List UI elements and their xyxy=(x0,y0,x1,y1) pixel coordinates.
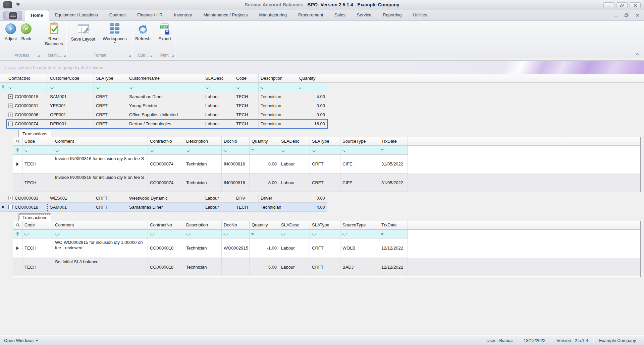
child-close-button[interactable] xyxy=(635,13,640,17)
filter-sourcetype[interactable] xyxy=(340,146,379,155)
pin-icon[interactable] xyxy=(13,230,22,238)
column-header-contractno[interactable]: ContractNo xyxy=(148,137,184,146)
transaction-row[interactable]: TECH Invoice IN0000816 for inclusion qty… xyxy=(13,174,640,192)
filter-quantity[interactable] xyxy=(250,146,279,155)
child-minimize-button[interactable] xyxy=(613,13,619,17)
column-header-description[interactable]: Description xyxy=(184,221,222,229)
dialog-launcher-icon[interactable]: ◢ xyxy=(64,54,66,57)
tab-manufacturing[interactable]: Manufacturing xyxy=(254,10,292,21)
column-header-contractno[interactable]: ContractNo xyxy=(148,221,184,229)
contract-row[interactable]: +CO0000018 SAM001 CRFT Samanthas Diner L… xyxy=(0,92,327,101)
reset-balances-button[interactable]: Reset Balances xyxy=(43,22,65,46)
column-header-quantity[interactable]: Quantity xyxy=(250,137,279,146)
close-button[interactable] xyxy=(630,2,641,8)
column-header-quantity[interactable]: Quantity xyxy=(250,221,279,229)
expand-icon[interactable]: + xyxy=(8,196,13,200)
tab-equipment-locations[interactable]: Equipment / Locations xyxy=(49,10,104,21)
column-header-sourcetype[interactable]: SourceType xyxy=(340,221,379,229)
filter-comment[interactable] xyxy=(53,146,148,155)
filter-docno[interactable] xyxy=(222,230,250,238)
refresh-button[interactable]: Refresh xyxy=(133,22,152,41)
filter-quantity[interactable] xyxy=(250,230,279,238)
column-header-code[interactable]: Code xyxy=(22,137,53,146)
dialog-launcher-icon[interactable]: ◢ xyxy=(38,54,40,57)
filter-description[interactable] xyxy=(259,83,297,92)
open-windows-button[interactable]: Open Windows xyxy=(4,338,38,343)
tab-procurement[interactable]: Procurement xyxy=(292,10,329,21)
contract-row[interactable]: +CO0000006 OFF001 CRFT Office Supplies U… xyxy=(0,110,327,119)
tab-reporting[interactable]: Reporting xyxy=(377,10,407,21)
column-header-sourcetype[interactable]: SourceType xyxy=(340,137,379,146)
filter-description[interactable] xyxy=(184,146,222,155)
filter-sladesc[interactable] xyxy=(279,146,310,155)
column-header-slatype[interactable]: SLAType xyxy=(94,74,127,83)
filter-quantity[interactable] xyxy=(297,83,327,92)
filter-contractno[interactable] xyxy=(6,83,48,92)
filter-code[interactable] xyxy=(22,146,53,155)
filter-trxdate[interactable] xyxy=(379,230,408,238)
dialog-launcher-icon[interactable]: ◢ xyxy=(129,54,131,57)
filter-slatype[interactable] xyxy=(310,230,340,238)
tab-service[interactable]: Service xyxy=(351,10,377,21)
column-header-docno[interactable]: DocNo xyxy=(222,221,250,229)
column-header-sladesc[interactable]: SLADesc xyxy=(203,74,234,83)
transaction-row[interactable]: TECH Invoice IN0000816 for inclusion qty… xyxy=(13,155,640,174)
collapse-ribbon-icon[interactable] xyxy=(635,53,639,56)
filter-sladesc[interactable] xyxy=(203,83,234,92)
filter-sourcetype[interactable] xyxy=(340,230,379,238)
tab-finance-hr[interactable]: Finance / HR xyxy=(131,10,168,21)
column-header-code[interactable]: Code xyxy=(22,221,53,229)
tab-contract[interactable]: Contract xyxy=(104,10,131,21)
column-header-trxdate[interactable]: TrxDate xyxy=(379,137,408,146)
filter-slatype[interactable] xyxy=(94,83,127,92)
application-menu-button[interactable] xyxy=(3,11,22,20)
pin-icon[interactable] xyxy=(13,146,22,155)
filter-contractno[interactable] xyxy=(148,230,184,238)
expand-icon[interactable]: + xyxy=(8,113,13,117)
search-icon[interactable] xyxy=(13,137,22,146)
contract-row-focused[interactable]: −CO0000018 SAM001 CRFT Samanthas Diner L… xyxy=(0,203,327,212)
filter-customername[interactable] xyxy=(127,83,203,92)
filter-slatype[interactable] xyxy=(310,146,340,155)
restore-button[interactable] xyxy=(616,2,628,8)
column-header-quantity[interactable]: Quantity xyxy=(297,74,327,83)
pin-icon[interactable] xyxy=(0,83,6,92)
filter-trxdate[interactable] xyxy=(379,146,408,155)
export-button[interactable]: XLSX Export xyxy=(155,22,174,41)
column-header-slatype[interactable]: SLAType xyxy=(310,137,340,146)
contract-row-selected[interactable]: −CO0000074 DER001 CRFT Derton / Technolo… xyxy=(0,119,327,128)
dialog-launcher-icon[interactable]: ◢ xyxy=(150,54,152,57)
transactions-tab[interactable]: Transactions xyxy=(18,213,51,221)
transaction-row[interactable]: TECH WO WO0002915 for inclusion qty 1.00… xyxy=(13,238,640,258)
filter-contractno[interactable] xyxy=(148,146,184,155)
column-header-contractno[interactable]: ContractNo xyxy=(6,74,48,83)
column-header-customername[interactable]: CustomerName xyxy=(127,74,203,83)
tab-maintenance-projects[interactable]: Maintenance / Projects xyxy=(198,10,253,21)
collapse-icon[interactable]: − xyxy=(8,122,13,126)
tab-inventory[interactable]: Inventory xyxy=(168,10,198,21)
filter-code[interactable] xyxy=(234,83,259,92)
transactions-tab[interactable]: Transactions xyxy=(18,130,51,137)
filter-sladesc[interactable] xyxy=(279,230,310,238)
save-layout-button[interactable]: Save Layout xyxy=(69,22,97,42)
collapse-icon[interactable]: − xyxy=(8,205,13,209)
filter-customercode[interactable] xyxy=(48,83,94,92)
column-header-trxdate[interactable]: TrxDate xyxy=(379,221,408,229)
column-header-comment[interactable]: Comment xyxy=(53,221,148,229)
column-header-comment[interactable]: Comment xyxy=(53,137,148,146)
column-header-description[interactable]: Description xyxy=(259,74,297,83)
column-header-sladesc[interactable]: SLADesc xyxy=(279,221,310,229)
adjust-button[interactable]: + Adjust xyxy=(3,22,19,41)
filter-comment[interactable] xyxy=(53,230,148,238)
contract-row[interactable]: +CO0000031 YES001 CRFT Young Electric La… xyxy=(0,101,327,110)
dialog-launcher-icon[interactable]: ◢ xyxy=(172,54,174,57)
column-header-code[interactable]: Code xyxy=(234,74,259,83)
minimize-button[interactable] xyxy=(603,2,614,8)
tab-utilities[interactable]: Utilities xyxy=(408,10,433,21)
search-icon[interactable] xyxy=(13,221,22,229)
expand-icon[interactable]: + xyxy=(8,94,13,99)
contract-row[interactable]: +CO0000083 WES001 CRFT Westwood Dynamic … xyxy=(0,194,327,203)
child-restore-button[interactable] xyxy=(624,13,629,17)
tab-sales[interactable]: Sales xyxy=(329,10,351,21)
transaction-row[interactable]: TECH Set initial SLA balance CO0000018 T… xyxy=(13,258,640,276)
